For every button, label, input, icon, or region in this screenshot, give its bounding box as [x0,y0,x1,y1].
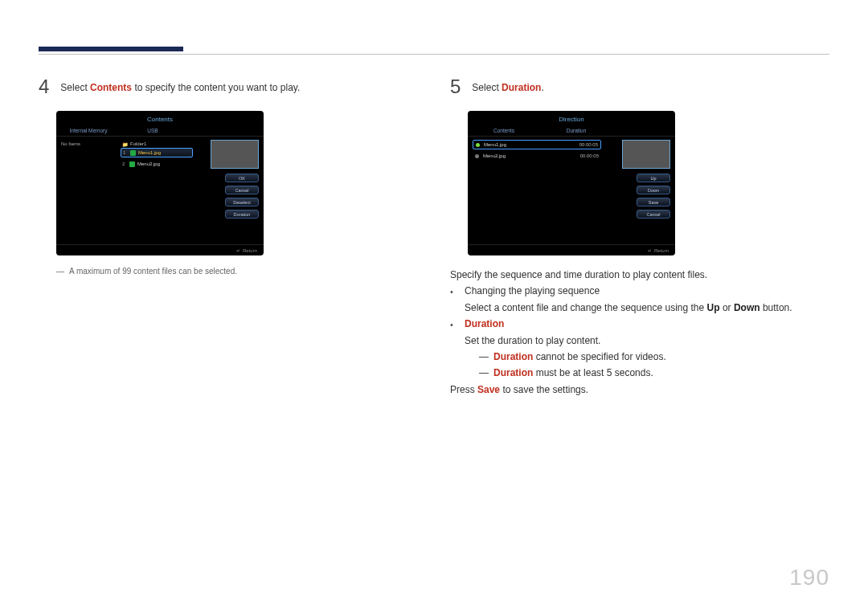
sequence-body: Select a content file and change the seq… [465,300,792,316]
keyword-duration: Duration [465,316,666,332]
screen-body: No Items 📁 Folder1 1 Menu1.jpg 2 [56,137,264,241]
no-items-label: No Items [61,141,80,146]
cancel-button[interactable]: Cancel [637,210,670,219]
screen-body: Menu1.jpg 00:00:05 Menu2.jpg 00:00:05 Up… [468,137,675,241]
keyword-duration: Duration [502,82,541,93]
direction-list: Menu1.jpg 00:00:05 Menu2.jpg 00:00:05 [473,140,601,162]
status-dot-icon [476,143,480,147]
contents-screen: Contents Internal Memory USB No Items 📁 … [56,111,264,255]
save-button[interactable]: Save [637,198,670,206]
status-dot-icon [475,154,479,158]
step-5-heading: 5 Select Duration. [450,77,836,96]
bullet-icon: • [450,316,457,382]
file-name: Menu1.jpg [138,150,161,155]
button-stack: OK Cancel Deselect Duration [225,174,259,219]
file-list: 📁 Folder1 1 Menu1.jpg 2 Menu2.jpg [121,140,193,170]
file-row[interactable]: 2 Menu2.jpg [121,159,193,169]
return-bar[interactable]: Return [56,244,264,255]
tab-duration[interactable]: Duration [540,125,612,136]
save-instruction: Press Save to save the settings. [450,382,836,398]
explanation-block: Specify the sequence and time duration t… [450,267,836,398]
deselect-button[interactable]: Deselect [225,198,259,206]
cancel-button[interactable]: Cancel [225,186,259,194]
footnote: ―A maximum of 99 content files can be se… [56,267,424,276]
folder-row[interactable]: 📁 Folder1 [121,140,193,148]
manual-page: 4 Select Contents to specify the content… [0,0,868,613]
step-number: 5 [450,77,461,96]
button-stack: Up Down Save Cancel [637,174,670,219]
keyword-up: Up [707,302,720,313]
folder-icon: 📁 [122,141,128,147]
ok-button[interactable]: OK [225,174,259,182]
step-text: Select Contents to specify the content y… [60,77,300,93]
return-bar[interactable]: Return [468,244,675,255]
screen-tabs: Internal Memory USB [56,125,264,137]
tab-usb[interactable]: USB [121,125,185,136]
direction-screen: Direction Contents Duration Menu1.jpg 00… [468,111,675,255]
dash-icon: ― [479,367,489,378]
checkbox-icon [130,150,136,156]
tab-internal-memory[interactable]: Internal Memory [56,125,121,136]
step-4-column: 4 Select Contents to specify the content… [39,77,424,276]
file-name: Menu2.jpg [137,161,160,166]
down-button[interactable]: Down [637,186,670,194]
bullet-icon: • [450,283,457,316]
checkbox-icon [129,161,135,167]
file-row-selected[interactable]: 1 Menu1.jpg [121,148,193,157]
list-item[interactable]: Menu2.jpg 00:00:05 [473,151,601,161]
subnote-2: ―Duration must be at least 5 seconds. [479,365,666,381]
page-number: 190 [789,565,829,591]
bullet-sequence: • Changing the playing sequence Select a… [450,283,836,316]
preview-thumbnail [622,140,670,169]
screen-title: Contents [56,111,264,125]
subnote-1: ―Duration cannot be specified for videos… [479,349,666,365]
header-rule [39,54,829,55]
tab-contents[interactable]: Contents [468,125,540,136]
bullet-duration: • Duration Set the duration to play cont… [450,316,836,382]
item-name: Menu1.jpg [484,142,575,147]
list-item-selected[interactable]: Menu1.jpg 00:00:05 [473,140,601,149]
item-duration: 00:00:05 [579,142,598,147]
item-duration: 00:00:05 [580,153,599,158]
dash-icon: ― [479,351,489,362]
step-4-heading: 4 Select Contents to specify the content… [39,77,424,96]
up-button[interactable]: Up [637,174,670,182]
intro-text: Specify the sequence and time duration t… [450,267,836,283]
step-text: Select Duration. [472,77,543,93]
step-5-column: 5 Select Duration. Direction Contents Du… [450,77,836,398]
preview-thumbnail [211,140,259,169]
dash-icon: ― [56,267,64,276]
folder-name: Folder1 [130,141,146,146]
screen-tabs: Contents Duration [468,125,675,137]
item-name: Menu2.jpg [483,153,576,158]
step-number: 4 [39,77,49,96]
keyword-contents: Contents [90,82,132,93]
duration-button[interactable]: Duration [225,210,259,219]
file-index: 2 [122,161,127,166]
keyword-save: Save [477,384,500,395]
duration-body: Set the duration to play content. [465,333,666,349]
file-index: 1 [123,150,128,155]
keyword-down: Down [734,302,760,313]
header-accent [39,47,183,51]
screen-title: Direction [468,111,675,125]
sequence-title: Changing the playing sequence [465,283,792,299]
